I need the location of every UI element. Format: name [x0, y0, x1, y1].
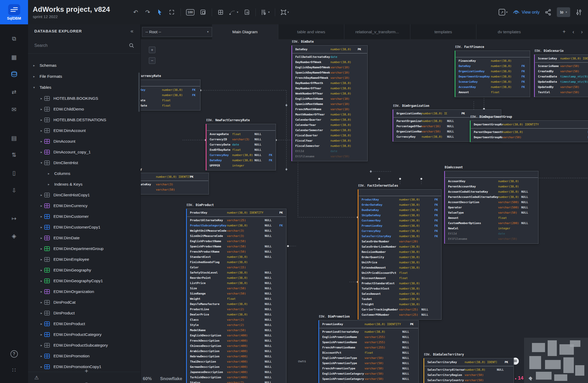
column-row[interactable]: DepartmentGroupKeynumber(38,0)FK	[455, 74, 530, 79]
column-row[interactable]: FrenchDayNameOfWeekvarchar(10)	[292, 75, 367, 81]
column-row[interactable]: CurrencyKeynumber(38,0) IDENTITYPK	[141, 174, 209, 180]
diagram-scope-select[interactable]: -- Root -- ▾	[142, 27, 212, 37]
table-DimScenario[interactable]: EDW. DimScenarioScenarioKeynumber(38,0) …	[534, 54, 588, 97]
tree-item[interactable]: ▾DimClientHist	[28, 157, 140, 168]
column-row[interactable]: DepartmentGroupNamevarchar(50)NULL	[471, 135, 588, 140]
column-row[interactable]: JapaneseDescriptionvarchar(400)NULL	[187, 370, 286, 375]
column-row[interactable]: SizeRangevarchar(50)NULL	[187, 291, 286, 296]
fit-screen-button[interactable]	[200, 8, 206, 16]
tree-item[interactable]: ▸DimProdCat	[28, 297, 140, 308]
column-row[interactable]: SalesOrderNumbervarchar(20)	[358, 239, 441, 244]
column-row[interactable]: ScenarioKeynumber(38,0) IDENTITYPK	[535, 56, 588, 61]
tables-icon[interactable]: ▦	[8, 52, 20, 63]
connector-style-button[interactable]: ▾	[229, 8, 238, 16]
flow-icon[interactable]: ↦	[8, 213, 20, 224]
layers-icon[interactable]: ◈	[8, 231, 20, 242]
compare-icon[interactable]: ⇅	[8, 149, 20, 160]
column-row[interactable]: UpdatedDatetimestamp_ntz(9)	[535, 79, 588, 85]
share-button[interactable]	[545, 8, 552, 16]
column-row[interactable]: EtlFilenamevarchar(50)	[445, 236, 538, 242]
column-row[interactable]: EtlFilenamevarchar(50)	[292, 154, 367, 159]
tree-item[interactable]: ▸EDW.DimAccount	[28, 125, 140, 136]
tree-item[interactable]: ▸DimClientHistCopy1	[28, 190, 140, 200]
column-row[interactable]: StandardCostnumber(38,0)NULL	[187, 254, 286, 260]
table-DimProduct[interactable]: EDW. DimProductProductKeynumber(38,0) ID…	[186, 209, 286, 383]
column-row[interactable]: Colorvarchar(15)	[187, 265, 286, 270]
column-row[interactable]: ScenarioNamevarchar(50)	[535, 64, 588, 69]
note-button[interactable]	[243, 8, 250, 16]
column-row[interactable]: CurrencyAlternateKeyvarchar(3)	[141, 182, 209, 187]
column-row[interactable]: AverageRatefloat	[141, 98, 200, 103]
column-row[interactable]: ProductAlternateKeyvarchar(25)NULL	[187, 218, 286, 223]
table-DimCurrency[interactable]: EDW. DimCurrencyCurrencyKeynumber(38,0) …	[141, 173, 209, 195]
column-row[interactable]: SalesAmountnumber(38,0)	[358, 291, 441, 297]
tree-item[interactable]: ▸EDW.DimDepartmentGroup	[28, 243, 140, 254]
column-row[interactable]: SalesTerritoryKeynumber(38,0)FK	[358, 234, 441, 239]
column-row[interactable]: AccountDescriptionvarchar(500)NULL	[445, 200, 538, 205]
cursor-tool-button[interactable]	[156, 8, 163, 16]
diagram-canvas[interactable]: + − owns 60% Snowflake ● 6 ● 14 ◆ EDW. F…	[141, 39, 588, 383]
column-row[interactable]: CarrierTrackingNumbervarchar(25)NULL	[358, 307, 441, 312]
column-row[interactable]: Statusvarchar(7)NULL	[187, 380, 286, 383]
db-export-icon[interactable]: ⇩	[8, 185, 20, 196]
undo-button[interactable]: ↶	[132, 8, 139, 16]
column-row[interactable]: PromotionAlternateKeynumber(38,0)NULL	[319, 329, 418, 335]
column-row[interactable]: WeightfloatNULL	[187, 296, 286, 302]
column-display-button[interactable]: ▾	[261, 8, 270, 16]
tree-item[interactable]: ▸HOTELBNB.DESTINATIONS	[28, 114, 140, 125]
column-row[interactable]: CustomMemberOptionsvarchar(200)NULL	[445, 221, 538, 226]
column-row[interactable]: CurrencyDatedateNULL	[206, 142, 276, 147]
zoom-100-button[interactable]: 100	[186, 8, 194, 16]
column-row[interactable]: CalendarSemesternumber(38,0)	[292, 128, 367, 133]
shuffle-icon[interactable]: ⇄	[8, 87, 20, 98]
tree-item[interactable]: ▸HOTELBNB.BOOKINGS	[28, 93, 140, 104]
column-row[interactable]: FrenchPromotionNamevarchar(255)NULL	[319, 345, 418, 350]
column-row[interactable]: WeekNumberOfYearnumber(38,0)	[292, 91, 367, 96]
tree-item[interactable]: ▸EDW.DimOrganization	[28, 286, 140, 297]
column-row[interactable]: Operatorvarchar(500)NULL	[445, 205, 538, 210]
column-row[interactable]: WeightUnitMeasureCodevarchar(3)NULL	[187, 228, 286, 234]
column-row[interactable]: AccountCodeAlternateKeynumber(38,0)NULL	[445, 189, 538, 195]
column-row[interactable]: ChineseDescriptionvarchar(400)NULL	[187, 343, 286, 349]
column-row[interactable]: PromotionKeynumber(38,0)FK	[358, 223, 441, 229]
column-row[interactable]: DaysToManufacturenumber(38,0)NULL	[187, 302, 286, 307]
column-row[interactable]: CurrencyKeynumber(38,0)FK	[141, 87, 200, 93]
redo-button[interactable]: ↷	[144, 8, 151, 16]
column-row[interactable]: ParentAccountCodeAlternateKeynumber(38,0…	[445, 195, 538, 200]
column-row[interactable]: DueDateKeynumber(38,0)FK	[358, 208, 441, 213]
column-row[interactable]: AccountKeynumber(38,0)FK	[455, 85, 530, 90]
column-row[interactable]: SpanishPromotionNamevarchar(255)NULL	[319, 340, 418, 345]
tree-item[interactable]: ▸EDW.DimGeographyCopy1	[28, 275, 140, 286]
database-icon[interactable]	[8, 69, 20, 80]
next-tab-button[interactable]: ›	[581, 29, 583, 35]
column-row[interactable]: ListPricenumber(38,0)NULL	[187, 281, 286, 286]
column-row[interactable]: NewColinteger	[445, 226, 538, 231]
tree-item[interactable]: ▸EDW.DimEmployee	[28, 254, 140, 265]
column-row[interactable]: EnglishMonthNamevarchar(10)	[292, 96, 367, 102]
column-row[interactable]: Amountfloat	[445, 215, 538, 221]
warning-icon[interactable]: ⚠	[34, 375, 39, 381]
column-row[interactable]: SpanishDayNameOfWeekvarchar(10)	[292, 70, 367, 75]
column-row[interactable]: ShipDateKeynumber(38,0)FK	[358, 213, 441, 218]
tree-item[interactable]: ▸EDW.DimProductCategory	[28, 329, 140, 340]
tree-item[interactable]: ▸EDW.DimCustomerCopy1	[28, 222, 140, 232]
column-row[interactable]: CreatedByvarchar(50)	[535, 69, 588, 74]
column-row[interactable]: PromotionKeynumber(38,0) IDENTITYPK	[319, 322, 418, 327]
tree-item[interactable]: ▸EDW.ChildDemo	[28, 104, 140, 114]
column-row[interactable]: SpanishPromotionCategoryvarchar(50)NULL	[319, 376, 418, 382]
table-DimSalesTerritory[interactable]: EDW. DimSalesTerritorySalesTerritoryKeyn…	[423, 358, 514, 383]
column-row[interactable]: CreatedDatetimestamp_ntz(9)	[535, 74, 588, 79]
column-row[interactable]: FinishedGoodsFlagnumber(38,0)	[187, 260, 286, 265]
column-row[interactable]: CustomerKeynumber(38,0)FK	[358, 218, 441, 223]
tree-item[interactable]: ▸EDW.DimCustomer	[28, 211, 140, 222]
docs-icon[interactable]: ▤	[8, 133, 20, 144]
column-row[interactable]: HebrewDescriptionvarchar(400)NULL	[187, 354, 286, 359]
column-row[interactable]: FrenchProductNamevarchar(50)NULL	[187, 249, 286, 254]
tree-item[interactable]: ▸DimAccount	[28, 136, 140, 147]
tree-item[interactable]: ▸EDW.DimPromotion	[28, 351, 140, 361]
column-row[interactable]: SizeUnitMeasureCodevarchar(3)NULL	[187, 234, 286, 239]
column-row[interactable]: DayNumberOfMonthnumber(38,0)	[292, 81, 367, 86]
column-row[interactable]: ProductLinevarchar(2)NULL	[187, 307, 286, 312]
add-tab-button[interactable]: +	[563, 29, 566, 35]
sitemap-icon[interactable]: ⧉	[8, 33, 20, 44]
